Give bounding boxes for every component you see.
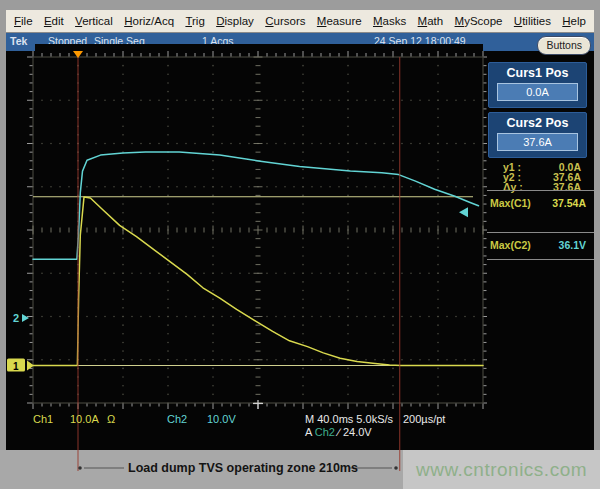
right-control-panel: Curs1 Pos 0.0A Curs2 Pos 37.6A y1 : 0.0A…	[487, 51, 594, 450]
acquisition-mode: Single Seq	[94, 35, 145, 47]
menu-horiz-acq[interactable]: Horiz/Acq	[124, 15, 174, 27]
dy-label: Δy :	[503, 181, 523, 193]
cursor2-value-field[interactable]: 37.6A	[497, 133, 578, 151]
trigger-slope-icon: ∕	[338, 426, 340, 438]
menu-cursors[interactable]: Cursors	[265, 15, 305, 27]
trigger-readout: A Ch2 ∕ 24.0V	[305, 426, 372, 438]
cursor1-title: Curs1 Pos	[489, 66, 586, 80]
timebase-readout: M 40.0ms 5.0kS/s	[305, 413, 393, 425]
menu-help[interactable]: Help	[562, 15, 586, 27]
menu-trig[interactable]: Trig	[185, 15, 204, 27]
menu-utilities[interactable]: Utilities	[514, 15, 551, 27]
menu-vertical[interactable]: Vertical	[75, 15, 113, 27]
oscilloscope-screen: File Edit Vertical Horiz/Acq Trig Displa…	[0, 0, 600, 489]
menu-file[interactable]: File	[14, 15, 33, 27]
menu-bar: File Edit Vertical Horiz/Acq Trig Displa…	[6, 10, 594, 33]
menu-math[interactable]: Math	[418, 15, 444, 27]
panel-divider	[487, 232, 594, 233]
cursor2-position-control[interactable]: Curs2 Pos 37.6A	[488, 112, 587, 158]
watermark-text: www.cntronics.com	[416, 459, 587, 481]
max-c2-value: 36.1V	[559, 239, 586, 251]
cursor1-position-control[interactable]: Curs1 Pos 0.0A	[488, 62, 587, 108]
menu-masks[interactable]: Masks	[373, 15, 406, 27]
panel-divider	[487, 190, 594, 191]
dy-value: 37.6A	[553, 181, 581, 193]
trigger-level: 24.0V	[343, 426, 372, 438]
cursor2-title: Curs2 Pos	[489, 116, 586, 130]
ch2-scale: 10.0V	[207, 413, 236, 425]
max-c1-value: 37.54A	[552, 197, 586, 209]
zone-annotation-label: Load dump TVS operating zone 210ms	[128, 461, 358, 475]
measurement-max-c1: Max(C1) 37.54A	[490, 197, 591, 209]
menu-edit[interactable]: Edit	[44, 15, 64, 27]
menu-display[interactable]: Display	[216, 15, 254, 27]
max-c2-label: Max(C2)	[490, 239, 531, 251]
acquisition-count: 1 Acqs	[202, 35, 234, 47]
ch2-label: Ch2	[167, 413, 187, 425]
cursor1-value-field[interactable]: 0.0A	[497, 83, 578, 101]
status-bar: Tek Stopped Single Seq 1 Acqs 24 Sep 12 …	[6, 33, 594, 51]
trigger-source: Ch2	[315, 426, 335, 438]
datetime: 24 Sep 12 18:00:49	[374, 35, 466, 47]
trigger-prefix: A	[305, 426, 312, 438]
resolution-readout: 200µs/pt	[403, 413, 445, 425]
measurement-max-c2: Max(C2) 36.1V	[490, 239, 591, 251]
panel-divider	[487, 259, 594, 260]
tek-logo: Tek	[10, 35, 27, 47]
ch1-label: Ch1	[33, 413, 53, 425]
cursor-readout-y1: y1 : 0.0A	[501, 161, 583, 171]
ch1-scale: 10.0A	[70, 413, 99, 425]
watermark-box: www.cntronics.com	[403, 450, 600, 489]
ch1-coupling-ohm: Ω	[107, 413, 115, 425]
cursor-readout-y2: y2 : 37.6A	[501, 171, 583, 181]
menu-measure[interactable]: Measure	[317, 15, 362, 27]
acquisition-state: Stopped	[48, 35, 87, 47]
max-c1-label: Max(C1)	[490, 197, 531, 209]
menu-myscope[interactable]: MyScope	[455, 15, 503, 27]
buttons-button[interactable]: Buttons	[537, 36, 591, 55]
